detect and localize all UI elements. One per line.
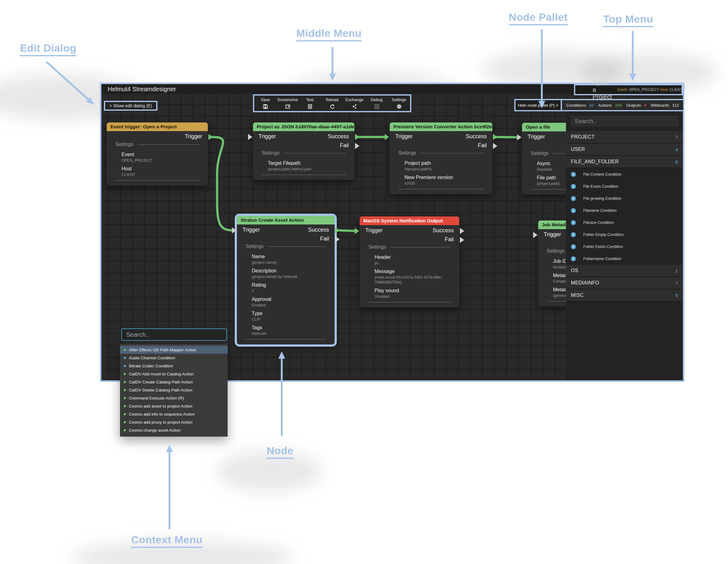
port-trigger-input[interactable] — [248, 134, 252, 140]
port-fail-output[interactable] — [493, 143, 497, 149]
port-trigger-input[interactable] — [232, 227, 236, 233]
context-menu-item[interactable]: CatDV Delete Catalog Path Action — [120, 386, 228, 394]
node-body: SettingsProject path%project.path%New Pr… — [390, 131, 492, 194]
pallet-category-project[interactable]: PROJECT7 — [566, 131, 683, 143]
pallet-category-os[interactable]: OS1 — [566, 265, 683, 277]
hide-node-pallet-button[interactable]: Hide node pallet (P) > — [516, 100, 562, 110]
pallet-item[interactable]: iFile Exists Condition — [566, 180, 683, 192]
port-success-label: Success — [466, 133, 487, 140]
pallet-item[interactable]: iFile growing Condition — [566, 192, 683, 204]
info-icon[interactable]: i — [571, 232, 576, 237]
port-fail-output[interactable] — [460, 237, 464, 243]
action-dot-icon — [124, 421, 126, 423]
port-trigger-label: Trigger — [242, 227, 260, 233]
info-icon[interactable]: i — [571, 208, 576, 213]
annotation-node-pallet: Node Pallet — [509, 11, 568, 25]
port-trigger-input[interactable] — [355, 228, 359, 234]
info-icon[interactable]: i — [571, 244, 576, 249]
node-header[interactable]: MacOS System Notification Output — [360, 216, 459, 225]
condition-dot-icon — [124, 357, 126, 359]
node-header[interactable]: Stratus Create Asset Action — [237, 216, 335, 224]
port-success-output[interactable] — [355, 134, 359, 140]
setting-value: Helmut4 — [252, 331, 326, 336]
context-menu-item[interactable]: Cosmo add proxy to project Action — [120, 418, 228, 426]
pallet-category-file_and_folder[interactable]: FILE_AND_FOLDER8 — [566, 156, 683, 168]
pallet-item[interactable]: iFoldername Condition — [566, 253, 683, 265]
node-title: Stratus Create Asset Action — [241, 217, 304, 223]
pallet-item[interactable]: iFile Content Condition — [566, 168, 683, 180]
node-header[interactable]: Project as JSON b18970ae-daae-4497-a1de-… — [253, 122, 354, 131]
pallet-item[interactable]: iFilesize Condition — [566, 216, 683, 229]
counter-actions[interactable]: Actions100 — [598, 103, 622, 108]
pallet-item[interactable]: iFolder Empty Condition — [566, 229, 683, 241]
context-menu-search-input[interactable] — [121, 328, 227, 341]
context-menu-item[interactable]: Cosmo add asset to project Action — [120, 402, 228, 410]
info-icon[interactable]: i — [571, 196, 576, 201]
toolbar-screenshot-button[interactable]: Screenshot — [276, 96, 299, 111]
info-icon[interactable]: i — [571, 256, 576, 261]
settings-icon — [396, 104, 402, 109]
node-premiere-version-converter[interactable]: Premiere Version Converter Action bce9f2… — [390, 122, 492, 194]
action-dot-icon — [124, 381, 126, 383]
toolbar-exchange-button[interactable]: Exchange — [343, 96, 366, 111]
setting-value: v2020 — [405, 181, 484, 186]
pallet-category-mediainfo[interactable]: MEDIAINFO7 — [566, 277, 683, 289]
info-icon[interactable]: i — [571, 172, 576, 177]
setting-label: Rating — [252, 282, 326, 288]
toolbar-save-button[interactable]: Save — [254, 96, 276, 111]
node-body: SettingsHeaderyoMessage{node.result.05c7… — [360, 225, 459, 307]
context-menu-item[interactable]: CatDV Add Asset to Catalog Action — [120, 370, 228, 378]
context-menu-item[interactable]: Command Execute Action (R) — [120, 394, 228, 402]
context-menu-item[interactable]: Cosmo add info to sequence Action — [120, 410, 228, 418]
node-macos-notification[interactable]: MacOS System Notification OutputTriggerS… — [360, 216, 459, 307]
port-trigger-output[interactable] — [208, 134, 213, 140]
context-menu-item[interactable]: Audio Channel Condition — [120, 354, 228, 362]
node-bottom-divider — [262, 175, 346, 175]
pallet-item[interactable]: iFolder Exists Condition — [566, 241, 683, 253]
category-label: FILE_AND_FOLDER — [571, 159, 675, 165]
counter-conditions[interactable]: Conditions32 — [566, 103, 594, 108]
context-menu-item[interactable]: After Effects OS Path Mapper Action — [120, 346, 228, 354]
toolbar-settings-button[interactable]: Settings — [388, 96, 410, 111]
wire-event-trigger-to-stratus-create-asset[interactable] — [212, 137, 233, 230]
wire-premiere-version-converter-to-open-a-file[interactable] — [496, 137, 518, 137]
pallet-item[interactable]: iFilename Condition — [566, 204, 683, 216]
top-menu[interactable]: Open a Project Event: OPEN_PROJECT Host:… — [574, 84, 683, 95]
port-trigger-input[interactable] — [533, 232, 537, 238]
counter-wildcards[interactable]: Wildcards112 — [651, 103, 679, 108]
annotation-middle-menu: Middle Menu — [296, 27, 362, 41]
node-setting: Target Filepath{project.path}.helmut.jso… — [268, 160, 346, 172]
context-menu-item[interactable]: CatDV Create Catalog Path Action — [120, 378, 228, 386]
port-success-output[interactable] — [335, 227, 340, 233]
port-fail-output[interactable] — [335, 236, 340, 242]
node-event-trigger[interactable]: Event trigger: Open a ProjectTriggerSett… — [107, 122, 208, 186]
port-fail-label: Fail — [478, 142, 487, 149]
show-edit-dialog-button[interactable]: > Show edit dialog (E) — [104, 101, 157, 111]
pallet-search-input[interactable] — [570, 116, 679, 127]
port-trigger-input[interactable] — [517, 134, 521, 140]
port-success-output[interactable] — [460, 228, 464, 234]
node-project-as-json[interactable]: Project as JSON b18970ae-daae-4497-a1de-… — [253, 122, 354, 180]
node-header[interactable]: Event trigger: Open a Project — [107, 122, 208, 131]
port-trigger-input[interactable] — [385, 134, 389, 140]
port-success-output[interactable] — [493, 134, 497, 140]
wire-stratus-create-asset-to-macos-notification[interactable] — [339, 230, 356, 231]
counter-label: Wildcards — [651, 103, 669, 108]
info-icon[interactable]: i — [571, 220, 576, 225]
info-icon[interactable]: i — [571, 184, 576, 189]
context-menu-item[interactable]: Cosmo change asset Action — [120, 426, 228, 434]
toolbar-debug-button[interactable]: Debug — [366, 96, 388, 111]
port-success-label: Success — [308, 227, 329, 233]
pallet-category-user[interactable]: USER4 — [566, 143, 683, 156]
pallet-category-misc[interactable]: MISC5 — [566, 289, 683, 302]
context-menu-item[interactable]: Bitrate Codec Condition — [120, 362, 228, 370]
port-fail-output[interactable] — [355, 143, 359, 149]
toolbar-reload-button[interactable]: Reload — [321, 96, 343, 111]
node-header[interactable]: Premiere Version Converter Action bce9f2… — [390, 122, 492, 131]
setting-value: CLIENT — [122, 172, 199, 177]
toolbar-test-button[interactable]: Test — [299, 96, 321, 111]
node-stratus-create-asset[interactable]: Stratus Create Asset ActionTriggerSucces… — [237, 216, 335, 344]
counter-value: 112 — [672, 103, 679, 108]
counter-outputs[interactable]: Outputs6 — [626, 103, 646, 108]
node-setting: Project path%project.path% — [405, 160, 484, 172]
